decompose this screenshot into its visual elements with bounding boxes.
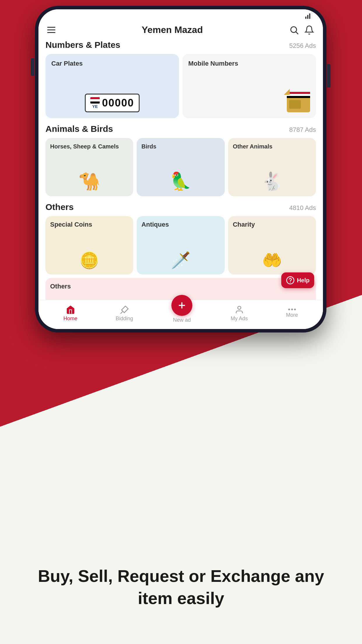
svg-point-7: [290, 282, 291, 283]
svg-line-5: [296, 32, 298, 34]
nav-icons: [289, 25, 314, 35]
others-header: Others 4810 Ads: [45, 202, 316, 212]
nav-more-label: More: [286, 312, 298, 318]
tagline-text: Buy, Sell, Request or Exchange any item …: [23, 565, 339, 609]
bidding-icon: [120, 305, 129, 314]
animals-birds-title: Animals & Birds: [45, 124, 113, 134]
bell-icon[interactable]: [304, 25, 314, 35]
top-nav: Yemen Mazad: [38, 22, 323, 40]
nav-bidding-label: Bidding: [116, 316, 133, 322]
bottom-nav: Home Bidding: [38, 300, 323, 329]
nav-more[interactable]: More: [286, 309, 298, 318]
nav-bidding[interactable]: Bidding: [116, 305, 133, 322]
nav-new-ad[interactable]: New ad: [171, 304, 192, 323]
animals-birds-count: 8787 Ads: [289, 126, 316, 134]
numbers-plates-header: Numbers & Plates 5256 Ads: [45, 40, 316, 50]
antiques-card[interactable]: Antiques 🗡️: [137, 216, 224, 274]
numbers-plates-title: Numbers & Plates: [45, 40, 120, 50]
new-ad-button[interactable]: [171, 295, 192, 316]
screen[interactable]: Yemen Mazad Num: [38, 9, 323, 329]
mobile-numbers-card[interactable]: Mobile Numbers: [182, 54, 316, 118]
svg-rect-0: [305, 17, 306, 19]
phone-inner: Yemen Mazad Num: [38, 9, 323, 329]
charity-card[interactable]: Charity 🤲: [228, 216, 316, 274]
plates-grid: Car Plates YE: [45, 54, 316, 118]
help-icon: [286, 276, 295, 285]
background-wrapper: Yemen Mazad Num: [0, 0, 362, 644]
antiques-emoji: 🗡️: [171, 251, 191, 270]
menu-icon[interactable]: [47, 27, 55, 33]
nav-my-ads-label: My Ads: [231, 316, 248, 322]
nav-home[interactable]: Home: [64, 305, 78, 322]
svg-rect-2: [309, 13, 310, 19]
home-icon: [66, 305, 75, 314]
license-plate: YE 00000: [51, 91, 173, 112]
app-title: Yemen Mazad: [142, 24, 203, 35]
svg-rect-3: [311, 12, 312, 19]
birds-label: Birds: [141, 143, 220, 150]
more-dots: [288, 309, 296, 310]
animals-birds-header: Animals & Birds 8787 Ads: [45, 124, 316, 134]
charity-label: Charity: [233, 221, 311, 228]
plate-number: 00000: [102, 97, 134, 109]
nav-home-label: Home: [64, 316, 78, 322]
signal-icon: [305, 11, 314, 20]
special-coins-label: Special Coins: [50, 221, 129, 228]
search-icon[interactable]: [289, 25, 299, 35]
svg-point-4: [291, 27, 297, 32]
plus-icon: [177, 300, 187, 311]
phone-frame: Yemen Mazad Num: [35, 6, 326, 332]
special-coins-card[interactable]: Special Coins 🪙: [45, 216, 133, 274]
status-bar: [38, 9, 323, 22]
svg-point-10: [238, 306, 241, 309]
mobile-numbers-label: Mobile Numbers: [188, 60, 238, 67]
help-button[interactable]: Help: [281, 272, 314, 288]
svg-point-6: [287, 277, 294, 284]
plate-country-code: YE: [92, 104, 98, 109]
others-count: 4810 Ads: [289, 204, 316, 212]
numbers-plates-count: 5256 Ads: [289, 42, 316, 50]
other-animals-card[interactable]: Other Animals 🐇: [228, 138, 316, 196]
birds-card[interactable]: Birds 🦜: [137, 138, 224, 196]
bird-emoji: 🦜: [170, 171, 191, 192]
nav-new-ad-label: New ad: [173, 317, 191, 323]
sim-card-visual: [281, 89, 310, 112]
tagline-section: Buy, Sell, Request or Exchange any item …: [0, 553, 362, 621]
other-animals-label: Other Animals: [233, 143, 311, 150]
others-title: Others: [45, 202, 74, 212]
help-label: Help: [297, 277, 310, 284]
numbers-plates-section: Numbers & Plates 5256 Ads Car Plates: [38, 40, 323, 124]
camels-card[interactable]: Horses, Sheep & Camels 🐪: [45, 138, 133, 196]
car-plates-card[interactable]: Car Plates YE: [45, 54, 179, 118]
antiques-label: Antiques: [141, 221, 220, 228]
coins-emoji: 🪙: [79, 251, 99, 270]
my-ads-icon: [235, 305, 244, 314]
others-label: Others: [50, 283, 311, 290]
nav-my-ads[interactable]: My Ads: [231, 305, 248, 322]
svg-rect-1: [307, 15, 308, 19]
charity-emoji: 🤲: [262, 251, 282, 270]
car-plates-label: Car Plates: [51, 60, 173, 67]
camels-label: Horses, Sheep & Camels: [50, 143, 129, 150]
rabbit-emoji: 🐇: [261, 171, 283, 192]
animals-grid: Horses, Sheep & Camels 🐪 Birds 🦜 Other A…: [45, 138, 316, 196]
animals-birds-section: Animals & Birds 8787 Ads Horses, Sheep &…: [38, 124, 323, 202]
others-grid: Special Coins 🪙 Antiques 🗡️ Charity 🤲: [45, 216, 316, 274]
camel-emoji: 🐪: [78, 171, 100, 192]
